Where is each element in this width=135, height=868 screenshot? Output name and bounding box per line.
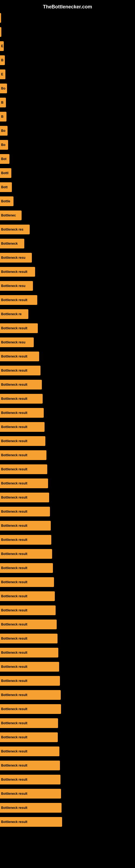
bar-row: Bottleneck result (0, 561, 135, 575)
bar-row: Bottleneck result (0, 702, 135, 716)
bar-row: E (0, 67, 135, 82)
bar: Bottleneck resu (0, 281, 33, 291)
bar: Bottleneck result (0, 493, 49, 502)
site-title: TheBottlenecker.com (0, 1, 135, 11)
bar-row: Bottleneck result (0, 504, 135, 519)
bar: Bottleneck result (0, 408, 44, 418)
bar-row: Bottleneck resu (0, 251, 135, 265)
bar: B (0, 98, 6, 107)
bar-row: Bott (0, 180, 135, 194)
bar-row: Bottleneck resu (0, 335, 135, 349)
bar-row: Bottleneck resu (0, 279, 135, 293)
bar-row: Bottleneck result (0, 617, 135, 631)
bar-row: Bottleneck result (0, 293, 135, 307)
bar: Bot (0, 154, 9, 164)
bar-row: Bottleneck result (0, 801, 135, 815)
bar: Bottleneck result (0, 464, 47, 474)
bar-row: Bottleneck result (0, 646, 135, 660)
bar: Bottleneck result (0, 591, 55, 601)
bar: Bottleneck result (0, 676, 60, 686)
bar-row: Bottleneck result (0, 815, 135, 829)
bar-row: Bottleneck result (0, 364, 135, 378)
bar-row: Bo (0, 138, 135, 152)
bar: Bottleneck result (0, 267, 35, 277)
bars-container: EBEBoBBBoBoBotBottlBottBottleBottlenecBo… (0, 11, 135, 829)
bar-row: Bottleneck result (0, 547, 135, 561)
bar-row: Bottleneck result (0, 730, 135, 744)
bar-row: Bottleneck result (0, 589, 135, 603)
bar: Bo (0, 126, 8, 135)
bar-row: Bottleneck result (0, 378, 135, 392)
bar: Bottleneck result (0, 295, 37, 305)
bar: Bottleneck result (0, 422, 45, 432)
bar-row (0, 25, 135, 39)
bar-row (0, 11, 135, 25)
bar-row: Bottleneck result (0, 490, 135, 504)
bar (0, 13, 1, 23)
bar: Bottleneck result (0, 521, 51, 531)
bar-row: Bottleneck re (0, 307, 135, 321)
bar: Bottleneck result (0, 563, 53, 573)
bar: Bottleneck result (0, 704, 61, 714)
bar-row: Bottleneck result (0, 660, 135, 674)
bar: Bottleneck result (0, 648, 58, 657)
bar: Bottl (0, 168, 11, 178)
bar: Bottleneck result (0, 323, 38, 333)
bar-row: Bot (0, 152, 135, 166)
bar: Bottleneck result (0, 620, 57, 629)
bar: Bottleneck (0, 239, 24, 248)
bar-row: Bottleneck result (0, 349, 135, 364)
bar: Bottleneck result (0, 718, 58, 728)
bar: Bo (0, 84, 7, 93)
bar-row: Bottleneck result (0, 321, 135, 335)
bar: Bottleneck result (0, 450, 46, 460)
bar-row: Bottleneck result (0, 786, 135, 801)
bar-row: Bottl (0, 166, 135, 180)
bar: Bottleneck result (0, 380, 42, 390)
bar: E (0, 41, 4, 51)
bar: Bottleneck result (0, 436, 45, 446)
bar-row: Bottleneck result (0, 434, 135, 448)
bar-row: Bottleneck result (0, 462, 135, 476)
bar: E (0, 69, 5, 79)
bar: Bottleneck result (0, 803, 61, 813)
bar-row: Bottleneck result (0, 476, 135, 490)
bar: Bottleneck result (0, 606, 56, 615)
bar: Bottleneck re (0, 309, 28, 319)
bar: Bottleneck result (0, 761, 60, 770)
bar-row: Bottleneck result (0, 716, 135, 730)
bar-row: Bottleneck result (0, 392, 135, 406)
bar-row: Bottleneck result (0, 758, 135, 773)
bar: Bottleneck result (0, 535, 51, 545)
bar-row: Bottlenec (0, 208, 135, 222)
bar-row: B (0, 95, 135, 110)
bar-row: Bottleneck result (0, 688, 135, 702)
bar-row: Bottleneck result (0, 575, 135, 589)
bar: Bottleneck resu (0, 253, 32, 262)
bar: Bottlenec (0, 211, 21, 220)
bar-row: Bo (0, 82, 135, 95)
bar-row: Bottleneck result (0, 448, 135, 462)
bar-row: Bo (0, 124, 135, 138)
bar: Bottleneck result (0, 577, 54, 587)
bar-row: Bottleneck result (0, 603, 135, 617)
bar-row: Bottle (0, 194, 135, 208)
bar: B (0, 55, 5, 65)
bar-row: Bottleneck result (0, 265, 135, 279)
bar: Bottleneck result (0, 351, 39, 361)
bar: Bottle (0, 196, 13, 206)
bar-row: Bottleneck result (0, 533, 135, 547)
bar: Bottleneck result (0, 549, 52, 559)
bar-row: Bottleneck result (0, 674, 135, 688)
bar: Bo (0, 140, 8, 150)
bar: Bottleneck result (0, 775, 60, 784)
bar: Bottleneck result (0, 733, 58, 742)
bar-row: Bottleneck result (0, 631, 135, 646)
bar: Bottleneck result (0, 366, 41, 375)
bar-row: Bottleneck (0, 237, 135, 251)
bar: Bottleneck result (0, 789, 61, 799)
bar: Bottleneck res (0, 225, 30, 235)
bar-row: Bottleneck result (0, 744, 135, 758)
bar: Bottleneck result (0, 817, 62, 827)
bar: B (0, 112, 6, 122)
